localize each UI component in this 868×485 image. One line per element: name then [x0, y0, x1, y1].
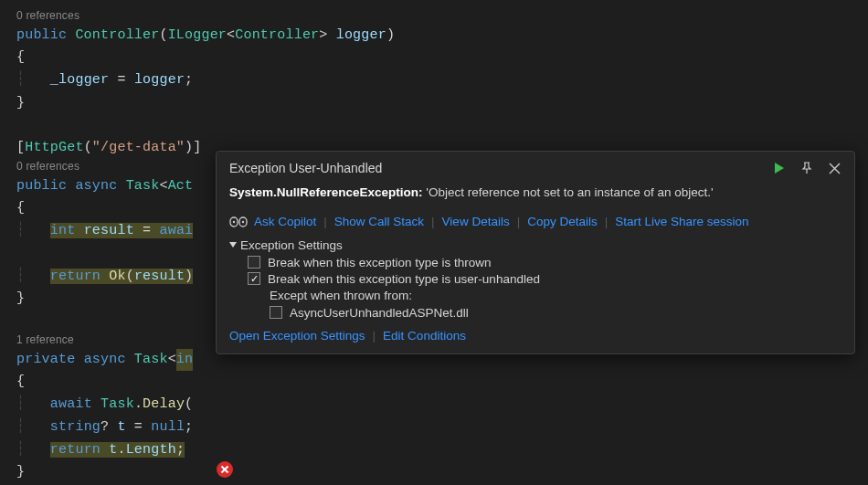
break-when-user-unhandled-label: Break when this exception type is user-u… [268, 272, 540, 286]
continue-icon[interactable] [772, 161, 787, 175]
code-line: ┆ string? t = null; [16, 416, 868, 439]
exception-type: System.NullReferenceException: [229, 185, 423, 199]
code-line: { [16, 371, 868, 394]
close-icon[interactable] [827, 161, 842, 175]
except-module-label: AsyncUserUnhandledASPNet.dll [290, 306, 469, 320]
break-when-thrown-label: Break when this exception type is thrown [268, 256, 492, 269]
copy-details-link[interactable]: Copy Details [527, 215, 598, 228]
codelens-references[interactable]: 0 references [16, 9, 868, 24]
code-line: } [16, 92, 868, 115]
copilot-icon [229, 215, 248, 229]
edit-conditions-link[interactable]: Edit Conditions [383, 329, 466, 343]
code-line: } [16, 461, 868, 484]
exception-settings-header[interactable]: Exception Settings [229, 238, 842, 252]
break-when-user-unhandled-checkbox[interactable] [248, 272, 260, 285]
except-when-thrown-label: Except when thrown from: [270, 289, 842, 302]
exception-text: 'Object reference not set to an instance… [423, 185, 714, 199]
popup-title: Exception User-Unhandled [229, 161, 772, 175]
error-glyph-icon[interactable] [217, 461, 233, 478]
code-line: public Controller(ILogger<Controller> lo… [16, 25, 868, 47]
start-live-share-link[interactable]: Start Live Share session [615, 215, 748, 228]
ask-copilot-link[interactable]: Ask Copilot [254, 215, 316, 228]
code-line: { [16, 47, 868, 69]
exception-message: System.NullReferenceException: 'Object r… [229, 185, 842, 202]
svg-point-3 [242, 221, 244, 223]
open-exception-settings-link[interactable]: Open Exception Settings [229, 329, 365, 343]
code-line: ┆ return t.Length; [16, 439, 868, 462]
action-links-row: Ask Copilot | Show Call Stack | View Det… [229, 215, 842, 229]
settings-header-label: Exception Settings [240, 238, 343, 252]
code-line: ┆ await Task.Delay( [16, 394, 868, 416]
show-call-stack-link[interactable]: Show Call Stack [334, 215, 424, 228]
exception-popup: Exception User-Unhandled System.NullRefe… [216, 151, 855, 354]
except-module-checkbox[interactable] [270, 306, 282, 319]
code-line: ┆ _logger = logger; [16, 69, 868, 92]
break-when-thrown-checkbox[interactable] [248, 256, 260, 269]
pin-icon[interactable] [799, 161, 814, 175]
view-details-link[interactable]: View Details [442, 215, 510, 228]
svg-point-2 [233, 221, 235, 223]
expand-triangle-icon [229, 242, 237, 248]
